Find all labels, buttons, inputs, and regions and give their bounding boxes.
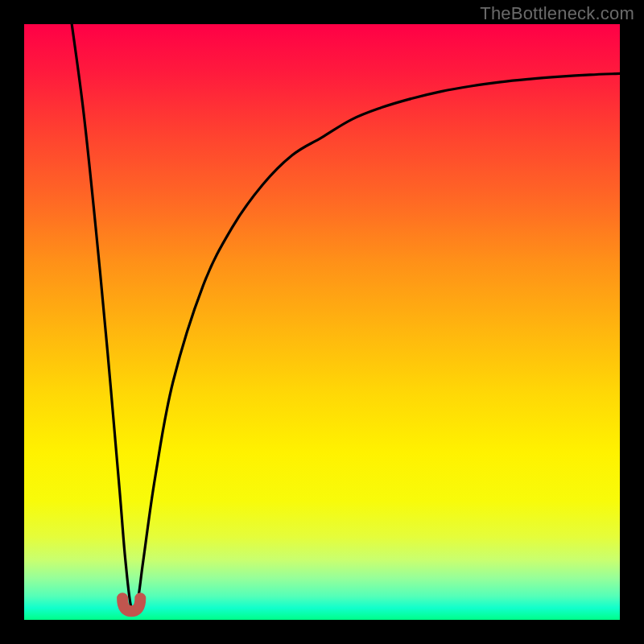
bottleneck-curve [72, 24, 620, 612]
chart-frame: TheBottleneck.com [0, 0, 644, 644]
plot-area [24, 24, 620, 620]
curve-layer [24, 24, 620, 620]
watermark-text: TheBottleneck.com [480, 3, 634, 24]
